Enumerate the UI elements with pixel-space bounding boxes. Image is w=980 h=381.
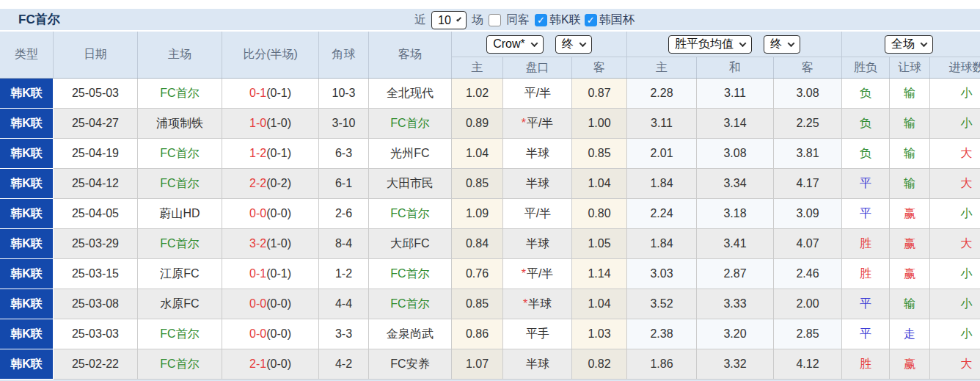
avg-away-cell: 3.09: [774, 199, 842, 229]
avg-home-cell: 2.24: [627, 199, 697, 229]
cup-label: 韩国杯: [599, 12, 635, 28]
away-team-name: 大田市民: [387, 176, 434, 192]
match-type-label: 韩K联: [10, 266, 43, 282]
goals-cell: 小: [930, 109, 980, 139]
match-type-badge: 韩K联: [0, 169, 54, 199]
avg-away-cell: 4.07: [774, 229, 842, 259]
match-type-label: 韩K联: [10, 116, 43, 131]
match-date: 25-04-27: [72, 117, 119, 130]
goals-value: 大: [961, 146, 973, 162]
avg-time-value: 终: [770, 37, 782, 52]
cup-checkbox[interactable]: ✓: [585, 14, 597, 26]
goals-value: 大: [961, 357, 973, 372]
home-team-name: FC首尔: [160, 236, 199, 252]
match-date: 25-04-19: [72, 147, 119, 160]
match-date-cell: 25-02-22: [54, 349, 138, 380]
score-cell: 0-0(0-0): [222, 319, 319, 349]
subheader-avg-away: 客: [774, 57, 842, 78]
odds-away-cell: 0.82: [572, 349, 627, 380]
recent-count-select[interactable]: 10: [431, 11, 467, 29]
avg-draw-value: 3.32: [723, 358, 746, 371]
home-team-name: FC首尔: [160, 357, 199, 372]
corner-cell: 4-4: [319, 289, 369, 319]
odds-home-cell: 0.84: [452, 229, 503, 259]
odds-home-cell: 0.89: [452, 109, 503, 139]
fulltime-score: 0-1: [249, 267, 266, 280]
odds-time-select[interactable]: 终: [555, 35, 592, 54]
avg-away-value: 2.00: [796, 297, 819, 311]
handicap-changed-icon: *: [523, 297, 527, 311]
matches-label: 场: [472, 12, 483, 28]
avg-draw-cell: 3.32: [697, 349, 774, 380]
avg-time-select[interactable]: 终: [764, 35, 800, 54]
result-cell: 平: [842, 199, 890, 229]
match-type-badge: 韩K联: [0, 259, 54, 289]
goals-value: 小: [961, 327, 973, 342]
match-type-label: 韩K联: [10, 206, 43, 222]
result-value: 负: [860, 116, 871, 131]
match-date: 25-05-03: [72, 87, 119, 100]
let-ball-value: 输: [904, 86, 915, 101]
scope-section-header: 全场: [842, 32, 980, 57]
score-cell: 1-0(1-0): [222, 109, 319, 139]
scope-select[interactable]: 全场: [885, 35, 933, 54]
match-type-badge: 韩K联: [0, 229, 54, 259]
avg-draw-value: 3.34: [723, 177, 746, 190]
chevron-down-icon: [530, 40, 538, 47]
avg-home-value: 1.84: [650, 177, 673, 190]
avg-home-value: 3.11: [651, 117, 673, 130]
result-value: 平: [860, 297, 871, 312]
match-type-badge: 韩K联: [0, 139, 54, 169]
handicap-cell: *平/半: [503, 109, 572, 139]
fulltime-score: 2-2: [249, 177, 266, 190]
table-row: 韩K联 25-03-03 FC首尔 0-0(0-0) 3-3 金泉尚武 0.86…: [0, 319, 980, 349]
away-team-cell: FC首尔: [369, 109, 452, 139]
avg-away-cell: 2.25: [774, 109, 842, 139]
odds-away-value: 0.87: [588, 87, 610, 100]
match-date-cell: 25-03-29: [54, 229, 138, 259]
result-cell: 负: [842, 79, 890, 109]
table-row: 韩K联 25-03-08 水原FC 0-0(0-0) 4-4 FC首尔 0.85…: [0, 289, 980, 319]
away-team-name: 全北现代: [387, 86, 434, 101]
top-spacer: [0, 0, 980, 9]
bookmaker-value: Crow*: [493, 37, 525, 51]
fulltime-score: 0-0: [249, 297, 266, 311]
match-type-badge: 韩K联: [0, 289, 54, 319]
halftime-score: (0-0): [266, 207, 291, 220]
chevron-down-icon: [788, 40, 795, 47]
result-cell: 胜: [842, 349, 890, 380]
let-ball-cell: 输: [890, 79, 930, 109]
table-body: 韩K联 25-05-03 FC首尔 0-1(0-1) 10-3 全北现代 1.0…: [0, 79, 980, 380]
subheader-let-ball: 让球: [890, 57, 930, 78]
avg-home-value: 1.84: [650, 237, 673, 250]
odds-away-value: 0.82: [588, 358, 610, 371]
let-ball-value: 赢: [904, 236, 915, 252]
avg-type-select[interactable]: 胜平负均值: [668, 35, 752, 54]
match-type-badge: 韩K联: [0, 199, 54, 229]
table-row: 韩K联 25-04-12 FC首尔 2-2(0-2) 6-1 大田市民 0.85…: [0, 169, 980, 199]
odds-away-cell: 1.05: [572, 229, 627, 259]
avg-home-cell: 3.52: [627, 289, 697, 319]
avg-draw-value: 3.41: [723, 237, 746, 250]
same-away-checkbox[interactable]: [489, 14, 501, 26]
odds-away-cell: 0.85: [572, 139, 627, 169]
goals-value: 小: [961, 116, 973, 131]
handicap-cell: *平/半: [503, 259, 572, 289]
avg-home-cell: 1.84: [627, 229, 697, 259]
corner-cell: 2-6: [319, 199, 369, 229]
col-header-type: 类型: [0, 32, 54, 78]
subheader-result: 胜负: [842, 57, 890, 78]
fulltime-score: 3-2: [249, 237, 266, 250]
table-row: 韩K联 25-02-22 FC首尔 2-1(0-0) 4-2 FC安养 1.07…: [0, 349, 980, 380]
avg-away-cell: 2.46: [774, 259, 842, 289]
odds-home-value: 1.04: [466, 147, 489, 160]
col-header-corner: 角球: [319, 32, 369, 78]
bookmaker-select[interactable]: Crow*: [486, 35, 544, 54]
let-ball-value: 赢: [904, 206, 915, 222]
goals-value: 小: [961, 266, 973, 282]
odds-away-value: 0.80: [588, 207, 610, 220]
league-checkbox[interactable]: ✓: [535, 14, 547, 26]
fulltime-score: 1-2: [249, 147, 266, 160]
result-value: 胜: [860, 236, 871, 252]
result-value: 胜: [860, 357, 871, 372]
